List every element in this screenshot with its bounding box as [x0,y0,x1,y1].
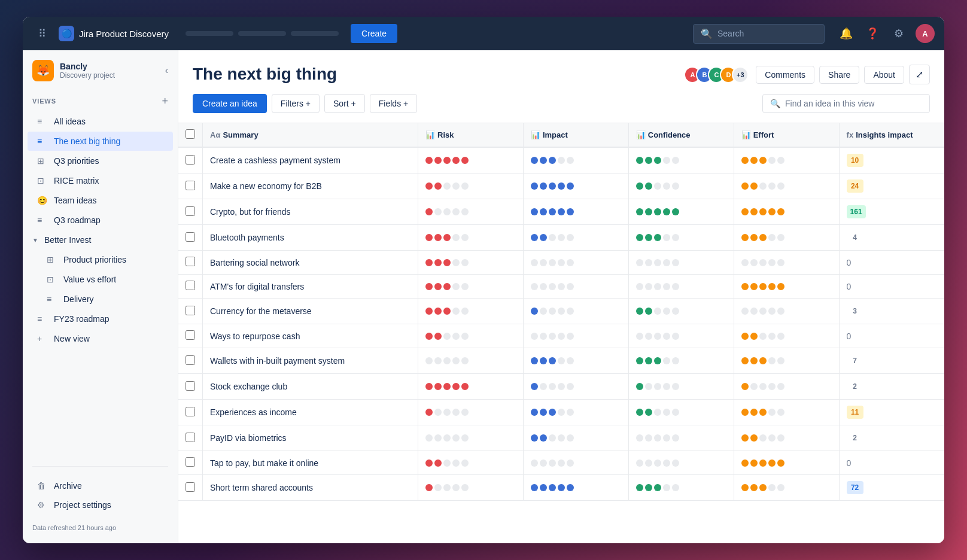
nav-pills [186,31,339,36]
notifications-icon[interactable]: 🔔 [837,24,856,43]
new-view-icon: + [37,334,48,343]
table-row: PayID via biometrics 2 [178,425,944,451]
row-checkbox[interactable] [186,433,195,442]
about-button[interactable]: About [864,66,904,84]
all-ideas-icon: ≡ [37,117,48,126]
row-impact [523,299,628,324]
row-checkbox[interactable] [186,482,195,492]
row-checkbox[interactable] [186,355,195,365]
grid-menu-icon[interactable]: ⠿ [32,24,51,43]
content-header: The next big thing A B C D +3 Comments S… [178,50,944,84]
effort-col-icon: 📊 [741,130,751,139]
row-checkbox[interactable] [186,281,195,290]
expand-button[interactable]: ⤢ [909,65,930,84]
row-summary: Short term shared accounts [203,475,418,501]
row-checkbox-cell [178,451,203,475]
row-checkbox-cell [178,400,203,425]
sidebar-item-fy23-roadmap[interactable]: ≡ FY23 roadmap [28,309,173,328]
row-impact [523,275,628,299]
row-checkbox[interactable] [186,257,195,266]
avatar-count: +3 [732,66,749,83]
row-checkbox[interactable] [186,457,195,467]
sidebar-item-archive[interactable]: 🗑 Archive [28,476,173,495]
sidebar: 🦊 Bancly Discovery project ‹ VIEWS + ≡ A… [23,50,178,543]
row-insight: 3 [839,299,944,324]
sidebar-item-product-priorities[interactable]: ⊞ Product priorities [28,250,173,269]
row-insight: 161 [839,199,944,225]
row-summary: ATM's for digital transfers [203,275,418,299]
create-idea-button[interactable]: Create an idea [193,94,267,113]
row-checkbox[interactable] [186,206,195,216]
sidebar-item-label: Product priorities [63,255,126,264]
sidebar-item-project-settings[interactable]: ⚙ Project settings [28,495,173,515]
row-checkbox[interactable] [186,407,195,416]
sidebar-item-label: Q3 roadmap [54,215,101,225]
row-impact [523,374,628,400]
nav-icons: 🔔 ❓ ⚙ A [837,24,935,43]
row-checkbox[interactable] [186,232,195,242]
table-body: Create a cashless payment system 10 Make… [178,147,944,501]
sidebar-item-q3-priorities[interactable]: ⊞ Q3 priorities [28,151,173,171]
nav-logo: 🔵 Jira Product Discovery [59,26,169,41]
row-checkbox[interactable] [186,181,195,190]
row-impact [523,475,628,501]
row-checkbox[interactable] [186,306,195,315]
row-confidence [628,299,734,324]
th-risk: 📊 Risk [418,123,524,147]
main-layout: 🦊 Bancly Discovery project ‹ VIEWS + ≡ A… [23,50,944,543]
sidebar-item-team-ideas[interactable]: 😊 Team ideas [28,191,173,210]
row-risk [418,199,524,225]
row-insight: 0 [839,275,944,299]
row-summary: Stock exchange club [203,374,418,400]
sidebar-item-q3-roadmap[interactable]: ≡ Q3 roadmap [28,211,173,230]
views-add-icon[interactable]: + [162,96,168,106]
row-insight: 2 [839,425,944,451]
help-icon[interactable]: ❓ [863,24,882,43]
row-checkbox[interactable] [186,330,195,340]
fields-button[interactable]: Fields + [370,94,417,113]
sidebar-item-new-view[interactable]: + New view [28,329,173,348]
sidebar-collapse-icon[interactable]: ‹ [165,65,168,76]
nav-search-input[interactable] [717,29,817,38]
sidebar-item-label: Delivery [63,294,94,304]
sidebar-item-delivery[interactable]: ≡ Delivery [28,290,173,309]
table-row: Ways to repurpose cash 0 [178,324,944,348]
row-impact [523,147,628,174]
row-summary: Experiences as income [203,400,418,425]
sidebar-item-value-vs-effort[interactable]: ⊡ Value vs effort [28,270,173,289]
sidebar-item-label: Team ideas [54,196,97,205]
table-row: Make a new economy for B2B 24 [178,174,944,199]
row-checkbox-cell [178,324,203,348]
sidebar-bottom: 🗑 Archive ⚙ Project settings [23,471,178,519]
row-risk [418,400,524,425]
sidebar-group-better-invest[interactable]: ▼ Better Invest [23,230,178,249]
row-impact [523,251,628,275]
comments-button[interactable]: Comments [756,66,814,84]
row-effort [734,425,839,451]
sidebar-nav: ≡ All ideas ≡ The next big thing ⊞ Q3 pr… [23,111,178,461]
share-button[interactable]: Share [819,66,859,84]
find-idea-input[interactable] [785,99,922,108]
sidebar-item-all-ideas[interactable]: ≡ All ideas [28,112,173,131]
row-risk [418,425,524,451]
select-all-checkbox[interactable] [186,129,195,139]
nav-create-button[interactable]: Create [351,24,397,43]
table-row: Bartering social network 0 [178,251,944,275]
row-risk [418,374,524,400]
row-checkbox-cell [178,425,203,451]
filters-button[interactable]: Filters + [272,94,320,113]
row-checkbox[interactable] [186,155,195,165]
user-avatar[interactable]: A [916,24,935,43]
team-ideas-icon: 😊 [37,196,48,205]
row-confidence [628,348,734,374]
row-risk [418,451,524,475]
row-checkbox-cell [178,348,203,374]
sidebar-item-rice-matrix[interactable]: ⊡ RICE matrix [28,171,173,190]
settings-icon[interactable]: ⚙ [889,24,908,43]
row-checkbox[interactable] [186,381,195,391]
nav-search-box: 🔍 [693,24,825,44]
insight-badge: 3 [847,305,863,318]
sort-button[interactable]: Sort + [324,94,365,113]
sidebar-item-next-big-thing[interactable]: ≡ The next big thing [28,132,173,151]
row-risk [418,225,524,251]
